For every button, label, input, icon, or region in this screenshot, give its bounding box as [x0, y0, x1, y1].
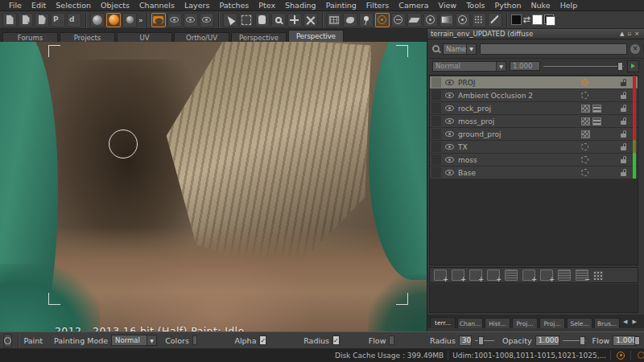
float-icon[interactable]: ▫ [625, 31, 633, 37]
menu-help[interactable]: Help [555, 1, 583, 10]
zoom-magnifier-icon[interactable] [271, 13, 286, 27]
visibility-eye-icon[interactable] [445, 80, 454, 85]
visibility-eye-icon[interactable] [445, 105, 454, 111]
shaded-sphere-icon[interactable] [106, 13, 121, 27]
ring-icon[interactable] [635, 350, 644, 360]
palette-tab-terrain[interactable]: terr... [430, 317, 456, 328]
palette-title-bar[interactable]: terrain_env_UPDATED (diffuse ▲ ▫ × [427, 29, 644, 39]
flow-checkbox[interactable] [389, 335, 394, 345]
menu-filters[interactable]: Filters [361, 1, 394, 10]
menu-painting[interactable]: Painting [321, 1, 361, 10]
palette-tab-projection-1[interactable]: Proj... [512, 318, 538, 328]
painting-mode-dropdown[interactable]: Normal ▼ [111, 335, 157, 346]
menu-camera[interactable]: Camera [394, 1, 433, 10]
apply-button[interactable] [627, 60, 639, 72]
lock-icon[interactable] [621, 121, 626, 125]
reset-colors-swatch[interactable] [544, 14, 555, 26]
gradient-icon[interactable] [440, 13, 454, 27]
paint-tool-icon[interactable] [375, 13, 390, 27]
marquee-select-icon[interactable] [239, 13, 254, 27]
select-cursor-icon[interactable] [223, 13, 237, 27]
slider-handle[interactable] [478, 336, 484, 345]
layer-row-ambient-occlusion-2[interactable]: Ambient Occlusion 2 [430, 89, 638, 101]
close-icon[interactable]: × [633, 31, 641, 37]
tab-perspective-2-active[interactable]: Perspective [288, 30, 344, 42]
record-dot-icon[interactable] [615, 350, 626, 360]
tab-scroll-left-icon[interactable]: ◀ [621, 319, 629, 325]
lock-icon[interactable] [621, 95, 626, 99]
merge-layers-icon[interactable] [505, 269, 518, 281]
clone-stamp-icon[interactable] [423, 13, 438, 27]
add-procedural-layer-icon[interactable] [452, 269, 464, 281]
flat-sphere-icon[interactable] [90, 13, 105, 27]
paint-through-layers-icon[interactable] [151, 13, 166, 27]
menu-python[interactable]: Python [490, 1, 526, 10]
visibility-eye-icon[interactable] [445, 131, 454, 137]
heal-icon[interactable] [391, 13, 406, 27]
layer-row-proj[interactable]: PROJ [430, 76, 638, 88]
tab-scroll-right-icon[interactable]: ▶ [630, 319, 638, 325]
layer-grid-icon[interactable] [593, 271, 603, 280]
lock-icon[interactable] [621, 146, 626, 150]
menu-channels[interactable]: Channels [134, 1, 180, 10]
palette-tab-channels[interactable]: Chan... [457, 318, 483, 328]
palette-tab-history[interactable]: Hist... [485, 318, 510, 328]
paint-tool-button[interactable] [3, 334, 12, 348]
foreground-color-swatch[interactable] [511, 14, 522, 25]
blend-mode-dropdown[interactable]: Normal ▼ [432, 61, 506, 72]
tab-forums[interactable]: Forums [2, 32, 58, 42]
eye-slider-icon[interactable] [167, 13, 182, 27]
lock-icon[interactable] [621, 134, 626, 138]
visibility-eye-icon[interactable] [445, 118, 454, 124]
palette-tab-projection-2[interactable]: Proj... [539, 318, 565, 328]
tab-perspective-1[interactable]: Perspective [231, 32, 287, 42]
slider-handle[interactable] [617, 62, 623, 71]
menu-edit[interactable]: Edit [27, 1, 51, 10]
palette-tab-selection[interactable]: Sele... [567, 318, 592, 328]
transform-arrows-icon[interactable] [303, 13, 318, 27]
pan-hand-icon[interactable] [255, 13, 270, 27]
blend-amount-slider[interactable] [543, 66, 624, 67]
close-project-icon[interactable]: × [19, 13, 33, 27]
background-color-swatch[interactable] [532, 14, 543, 25]
move-icon[interactable] [287, 13, 302, 27]
opacity-value-field[interactable]: 1.000 [535, 335, 560, 346]
layer-search-input[interactable] [480, 43, 627, 55]
slider-handle[interactable] [634, 336, 640, 345]
lock-icon[interactable] [621, 172, 626, 176]
lock-icon[interactable] [621, 82, 626, 86]
colors-checkbox[interactable] [192, 335, 198, 345]
lock-icon[interactable] [621, 108, 626, 112]
layer-row-rock-proj[interactable]: rock_proj [430, 102, 638, 114]
pin-icon[interactable] [359, 13, 374, 27]
warp-grid-icon[interactable] [327, 13, 341, 27]
add-mask-icon[interactable] [522, 269, 535, 281]
add-folder-icon[interactable] [540, 269, 553, 281]
viewport-canvas[interactable]: 2012 - 2013 16 bit (Half) Paint: Idle [0, 42, 427, 331]
radius-checkbox[interactable] [332, 335, 340, 345]
tab-projects[interactable]: Projects [60, 32, 115, 42]
menu-nuke[interactable]: Nuke [526, 1, 555, 10]
palette-tab-brush[interactable]: Brus... [594, 318, 620, 328]
menu-view[interactable]: View [434, 1, 462, 10]
new-project-icon[interactable] [2, 13, 17, 27]
menu-selection[interactable]: Selection [51, 1, 96, 10]
eye-icon[interactable] [184, 13, 198, 27]
visibility-eye-icon[interactable] [445, 157, 454, 162]
visibility-eye-icon[interactable] [445, 93, 454, 98]
import-project-icon[interactable]: ↓ [35, 13, 49, 27]
opacity-slider[interactable] [563, 340, 585, 341]
visibility-eye-icon[interactable] [445, 170, 454, 175]
radius-slider[interactable] [475, 340, 494, 341]
tab-uv[interactable]: UV [117, 32, 172, 42]
swap-colors-icon[interactable]: ⇄ [523, 15, 530, 24]
add-paint-layer-icon[interactable] [434, 269, 447, 281]
tab-ortho-uv[interactable]: Ortho/UV [174, 32, 229, 42]
more-chevron-icon[interactable]: » [138, 16, 142, 24]
collapse-icon[interactable]: ▲ [618, 31, 625, 37]
lit-sphere-icon[interactable] [122, 13, 137, 27]
menu-tools[interactable]: Tools [461, 1, 489, 10]
search-field-dropdown[interactable]: Name ▼ [443, 43, 477, 55]
ptex-p-icon[interactable]: P↰ [51, 13, 65, 27]
alpha-checkbox[interactable] [259, 335, 266, 345]
